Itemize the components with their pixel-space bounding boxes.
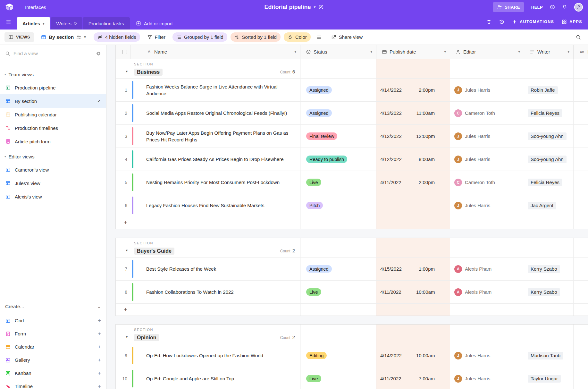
tab-articles[interactable]: Articles▾ [17,17,50,30]
collapse-group-icon[interactable]: ▼ [125,249,128,252]
tab-production-tasks[interactable]: Production tasks [83,17,130,30]
collapse-group-icon[interactable]: ▼ [125,70,128,73]
row-number-cell[interactable]: 5 [116,171,130,194]
name-cell[interactable]: Best Style Releases of the Week [130,258,300,280]
views-toggle-button[interactable]: VIEWS [4,32,34,42]
column-header-editor[interactable]: Editor▾ [450,45,524,59]
status-cell[interactable]: Assigned [300,79,376,101]
add-record-row[interactable]: + [116,217,588,229]
row-number-cell[interactable]: 10 [116,367,130,389]
writer-cell[interactable]: Kerry Szabo [524,281,574,303]
name-cell[interactable]: Social Media Apps Restore Original Chron… [130,102,300,124]
row-number-cell[interactable]: 4 [116,148,130,171]
sidebar-view-by-section[interactable]: By section✓ [0,94,106,108]
publish-date-cell[interactable]: 4/13/202211:00am [376,102,450,124]
extra-cell[interactable] [574,344,588,367]
writer-cell[interactable]: Robin Jaffe [524,79,574,101]
row-height-button[interactable] [314,33,324,42]
create-header[interactable]: Create...⌄ [0,299,106,314]
editor-cell[interactable]: JJules Harris [450,194,524,217]
history-icon[interactable] [499,19,504,24]
avatar[interactable] [574,3,583,12]
name-cell[interactable]: Nesting Remains Priority For Most Consum… [130,171,300,194]
publish-date-cell[interactable]: 4/11/20227:00am [376,367,450,389]
extra-cell[interactable] [574,102,588,124]
extra-cell[interactable] [574,171,588,194]
status-cell[interactable]: Assigned [300,258,376,280]
row-number-cell[interactable]: 7 [116,258,130,280]
column-header-d[interactable]: AbD [574,45,588,59]
name-cell[interactable]: Buy Now/Pay Later Apps Begin Offering Pa… [130,125,300,148]
create-view-form[interactable]: Form+ [0,327,106,340]
bell-icon[interactable] [562,4,567,10]
row-number-cell[interactable]: 2 [116,102,130,124]
collapse-group-icon[interactable]: ▼ [125,335,128,339]
publish-date-cell[interactable] [376,194,450,217]
extra-cell[interactable] [574,367,588,389]
name-cell[interactable]: Op-Ed: Google and Apple are Still on Top [130,367,300,389]
editor-cell[interactable]: JJules Harris [450,344,524,367]
writer-cell[interactable]: Soo-young Ahn [524,148,574,171]
base-title-group[interactable]: Editorial pipeline ▾ [264,4,323,11]
editor-cell[interactable]: JJules Harris [450,148,524,171]
share-button[interactable]: SHARE [493,2,524,12]
sidebar-view-publishing-calendar[interactable]: Publishing calendar [0,108,106,121]
status-cell[interactable]: Live [300,171,376,194]
publish-date-cell[interactable]: 4/15/20221:00pm [376,258,450,280]
editor-cell[interactable]: CCameron Toth [450,102,524,124]
sidebar-view-jules-s-view[interactable]: Jules's view [0,176,106,190]
editor-cell[interactable]: CCameron Toth [450,171,524,194]
status-cell[interactable]: Ready to publish [300,148,376,171]
column-header-publish-date[interactable]: Publish date▾ [376,45,450,59]
color-button[interactable]: Color [284,32,311,42]
writer-cell[interactable]: Felicia Reyes [524,102,574,124]
extra-cell[interactable] [574,79,588,101]
create-view-gallery[interactable]: Gallery+ [0,353,106,367]
editor-cell[interactable]: AAlexis Pham [450,258,524,280]
sidebar-view-production-pipeline[interactable]: Production pipeline [0,81,106,94]
extra-cell[interactable] [574,194,588,217]
menu-icon[interactable] [0,14,17,30]
sidebar-view-article-pitch-form[interactable]: Article pitch form [0,135,106,148]
select-all-cell[interactable] [116,45,130,59]
create-view-grid[interactable]: Grid+ [0,314,106,327]
airtable-logo-icon[interactable] [5,4,13,11]
name-cell[interactable]: Fashion Weeks Balance Surge in Live Atte… [130,79,300,101]
add-or-import-button[interactable]: Add or import [130,17,179,30]
status-cell[interactable]: Editing [300,344,376,367]
row-number-cell[interactable]: 6 [116,194,130,217]
publish-date-cell[interactable]: 4/14/20222:00pm [376,79,450,101]
row-number-cell[interactable]: 1 [116,79,130,101]
sidebar-section-title[interactable]: ▾Team views [0,68,106,81]
editor-cell[interactable]: JJules Harris [450,367,524,389]
sort-button[interactable]: Sorted by 1 field [231,32,281,42]
add-record-row[interactable]: + [116,303,588,316]
writer-cell[interactable]: Madison Taub [524,344,574,367]
plus-icon[interactable]: + [98,344,101,350]
column-header-status[interactable]: Status▾ [300,45,376,59]
extra-cell[interactable] [574,258,588,280]
plus-icon[interactable]: + [98,357,101,363]
plus-icon[interactable]: + [98,331,101,337]
question-icon[interactable] [550,4,555,10]
column-header-name[interactable]: AName▾ [130,45,300,59]
status-cell[interactable]: Live [300,367,376,389]
writer-cell[interactable]: Felicia Reyes [524,171,574,194]
group-button[interactable]: Grouped by 1 field [172,32,227,42]
publish-date-cell[interactable]: 4/12/202212:00pm [376,125,450,148]
automations-button[interactable]: AUTOMATIONS [512,19,554,24]
status-cell[interactable]: Live [300,281,376,303]
extra-cell[interactable] [574,148,588,171]
status-cell[interactable]: Assigned [300,102,376,124]
filter-button[interactable]: Filter [143,32,169,42]
name-cell[interactable]: Legacy Fashion Houses Find New Sustainab… [130,194,300,217]
plus-icon[interactable]: + [98,317,101,324]
sidebar-view-cameron-s-view[interactable]: Cameron's view [0,163,106,176]
sidebar-view-alexis-s-view[interactable]: Alexis's view [0,190,106,203]
editor-cell[interactable]: JJules Harris [450,125,524,148]
help-button[interactable]: HELP [531,5,543,10]
tab-writers[interactable]: Writers [51,17,82,30]
name-cell[interactable]: Fashion Collaborations To Watch in 2022 [130,281,300,303]
editor-cell[interactable]: AAlexis Pham [450,281,524,303]
find-view-input[interactable]: Find a view [13,51,93,56]
